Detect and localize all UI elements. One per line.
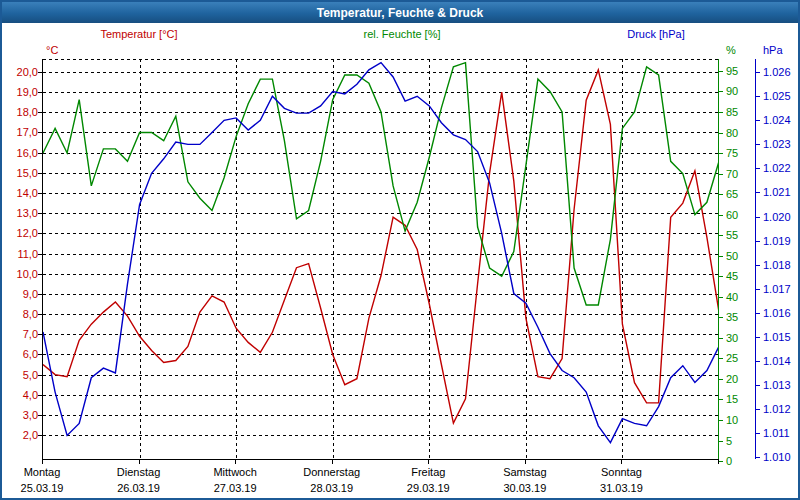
humidity-tick-label: 60 [726,209,738,221]
humidity-tick-label: 0 [726,455,732,467]
humidity-tick-label: 95 [726,65,738,77]
humidity-tick [719,256,723,257]
day-tick [42,460,43,464]
temp-tick-label: 7,0 [2,328,38,340]
day-date-label: 28.03.19 [310,482,353,494]
temp-tick [38,435,42,436]
humidity-tick-label: 15 [726,393,738,405]
pressure-tick [756,289,760,290]
temp-tick [38,72,42,73]
humidity-tick [719,399,723,400]
day-date-label: 31.03.19 [600,482,643,494]
pressure-tick-label: 1.015 [763,331,791,343]
day-date-label: 29.03.19 [407,482,450,494]
series-title-temperature: Temperatur [°C] [100,28,177,40]
pressure-tick [756,433,760,434]
humidity-tick [719,420,723,421]
pressure-tick-label: 1.020 [763,211,791,223]
temp-tick-label: 4,0 [2,389,38,401]
pressure-tick [756,144,760,145]
temp-tick-label: 5,0 [2,369,38,381]
temp-tick [38,354,42,355]
temp-tick-label: 12,0 [2,227,38,239]
humidity-tick-label: 45 [726,270,738,282]
humidity-tick-label: 40 [726,291,738,303]
pressure-tick [756,217,760,218]
humidity-tick-label: 25 [726,352,738,364]
pressure-tick [756,457,760,458]
humidity-tick [719,133,723,134]
series-title-pressure: Druck [hPa] [627,28,684,40]
title-bar: Temperatur, Feuchte & Druck [2,2,798,23]
pressure-tick-label: 1.014 [763,355,791,367]
temp-tick-label: 17,0 [2,126,38,138]
temp-tick [38,92,42,93]
temp-tick [38,233,42,234]
pressure-tick [756,265,760,266]
pressure-tick [756,385,760,386]
pressure-tick-label: 1.021 [763,186,791,198]
unit-label-celsius: °C [46,44,58,56]
day-name-label: Donnerstag [303,466,360,478]
unit-label-percent: % [726,44,736,56]
series-title-humidity: rel. Feuchte [%] [363,28,440,40]
humidity-tick-label: 55 [726,229,738,241]
humidity-tick-label: 80 [726,127,738,139]
humidity-tick-label: 5 [726,435,732,447]
temp-tick-label: 15,0 [2,167,38,179]
temp-tick-label: 3,0 [2,409,38,421]
humidity-tick [719,153,723,154]
humidity-tick-label: 10 [726,414,738,426]
temp-tick [38,153,42,154]
pressure-tick-label: 1.025 [763,90,791,102]
series-line-temperature [43,70,719,423]
pressure-tick [756,72,760,73]
temp-tick-label: 11,0 [2,248,38,260]
temp-tick [38,213,42,214]
day-tick [235,460,236,464]
app-window: Temperatur, Feuchte & Druck Temperatur [… [0,0,800,500]
temp-tick [38,334,42,335]
temp-tick-label: 13,0 [2,207,38,219]
unit-label-hpa: hPa [763,44,783,56]
temp-tick-label: 18,0 [2,106,38,118]
pressure-tick [756,120,760,121]
day-name-label: Samstag [503,466,546,478]
temp-tick [38,112,42,113]
day-date-label: 30.03.19 [503,482,546,494]
temp-tick [38,274,42,275]
pressure-tick [756,96,760,97]
temp-tick-label: 6,0 [2,348,38,360]
pressure-tick-label: 1.018 [763,259,791,271]
temp-tick [38,173,42,174]
day-name-label: Montag [24,466,61,478]
temp-tick [38,375,42,376]
pressure-tick-label: 1.017 [763,283,791,295]
humidity-tick [719,235,723,236]
series-line-humidity [43,63,719,305]
day-date-label: 27.03.19 [214,482,257,494]
day-name-label: Mittwoch [213,466,256,478]
humidity-tick-label: 85 [726,106,738,118]
humidity-tick-label: 20 [726,373,738,385]
temp-tick [38,395,42,396]
humidity-tick-label: 30 [726,332,738,344]
day-tick [718,460,719,464]
pressure-tick-label: 1.022 [763,162,791,174]
pressure-tick [756,192,760,193]
pressure-tick [756,241,760,242]
pressure-tick-label: 1.012 [763,403,791,415]
humidity-tick [719,194,723,195]
humidity-tick [719,297,723,298]
day-tick [139,460,140,464]
temp-tick-label: 19,0 [2,86,38,98]
humidity-tick-label: 35 [726,311,738,323]
temp-tick-label: 10,0 [2,268,38,280]
temp-tick-label: 20,0 [2,66,38,78]
pressure-tick [756,337,760,338]
humidity-tick [719,112,723,113]
humidity-tick-label: 75 [726,147,738,159]
day-tick [525,460,526,464]
humidity-tick [719,215,723,216]
day-tick [428,460,429,464]
